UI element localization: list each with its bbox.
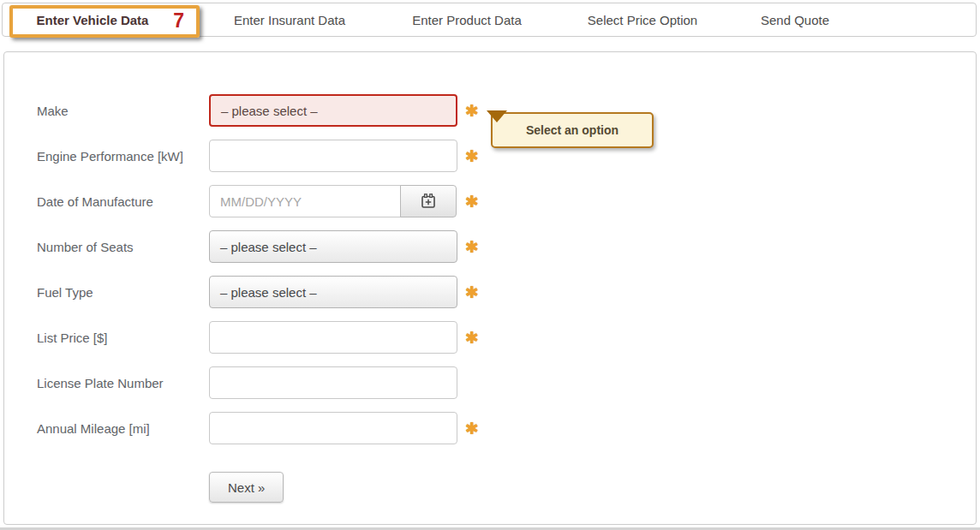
fuel-type-select[interactable]: – please select – (209, 276, 457, 308)
form-row-license-plate: License Plate Number (37, 366, 479, 399)
tab-enter-vehicle-data[interactable]: Enter Vehicle Data (21, 3, 164, 36)
form-row-engine-performance: Engine Performance [kW] ✱ (37, 140, 479, 172)
required-asterisk-icon: ✱ (465, 148, 479, 164)
make-select-value: – please select – (221, 104, 318, 118)
annual-mileage-label: Annual Mileage [mi] (37, 421, 209, 436)
make-label: Make (37, 104, 209, 118)
tab-enter-product-data[interactable]: Enter Product Data (397, 3, 537, 36)
required-asterisk-icon: ✱ (465, 284, 479, 301)
required-asterisk-icon: ✱ (465, 330, 479, 346)
number-of-seats-label: Number of Seats (37, 240, 209, 254)
list-price-label: List Price [$] (37, 331, 209, 345)
number-of-seats-select-value: – please select – (220, 240, 317, 254)
tab-enter-insurant-data[interactable]: Enter Insurant Data (218, 3, 361, 36)
required-asterisk-icon: ✱ (465, 420, 479, 437)
validation-tooltip: Select an option (491, 112, 654, 148)
tab-label: Select Price Option (588, 13, 697, 27)
annual-mileage-input[interactable] (209, 412, 457, 444)
tab-label: Enter Vehicle Data (37, 13, 149, 27)
fuel-type-label: Fuel Type (37, 285, 209, 300)
next-button[interactable]: Next » (209, 472, 284, 503)
tab-label: Enter Insurant Data (234, 13, 345, 27)
form-row-list-price: List Price [$] ✱ (37, 321, 479, 354)
form-row-date-of-manufacture: Date of Manufacture ✱ (37, 185, 479, 217)
date-of-manufacture-label: Date of Manufacture (37, 194, 209, 209)
date-of-manufacture-input[interactable] (209, 185, 401, 217)
list-price-input[interactable] (209, 321, 457, 354)
engine-performance-label: Engine Performance [kW] (37, 149, 209, 164)
required-asterisk-icon: ✱ (465, 239, 479, 255)
form-row-fuel-type: Fuel Type – please select – ✱ (37, 276, 479, 308)
calendar-icon (420, 193, 437, 210)
form-row-make: Make – please select – ✱ (37, 94, 479, 127)
tooltip-text: Select an option (526, 123, 618, 137)
form-row-annual-mileage: Annual Mileage [mi] ✱ (37, 412, 479, 444)
date-of-manufacture-field (209, 185, 457, 217)
wizard-tab-bar: Enter Vehicle Data Enter Insurant Data E… (2, 3, 977, 37)
tab-send-quote[interactable]: Send Quote (745, 3, 845, 36)
vehicle-data-form: Make – please select – ✱ Engine Performa… (37, 94, 479, 503)
fuel-type-select-value: – please select – (220, 285, 317, 300)
tab-label: Send Quote (761, 13, 829, 27)
license-plate-label: License Plate Number (37, 376, 209, 390)
open-calendar-button[interactable] (400, 185, 457, 217)
tooltip-arrow-icon (487, 110, 507, 122)
form-row-number-of-seats: Number of Seats – please select – ✱ (37, 230, 479, 263)
tab-label: Enter Product Data (412, 13, 522, 27)
annotation-number: 7 (173, 11, 184, 31)
tab-select-price-option[interactable]: Select Price Option (572, 3, 713, 36)
required-asterisk-icon: ✱ (465, 194, 479, 210)
license-plate-input[interactable] (209, 366, 457, 399)
engine-performance-input[interactable] (209, 140, 457, 172)
required-asterisk-icon: ✱ (465, 103, 479, 119)
make-select[interactable]: – please select – (209, 94, 457, 127)
vehicle-data-panel: Make – please select – ✱ Engine Performa… (3, 51, 977, 525)
number-of-seats-select[interactable]: – please select – (209, 230, 457, 263)
